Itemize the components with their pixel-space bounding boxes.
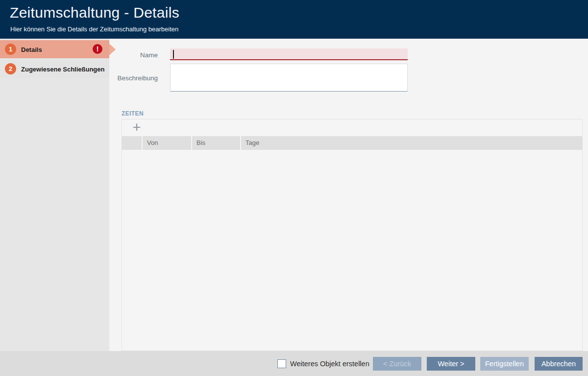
column-header-row-selector (122, 136, 142, 150)
page-subtitle: Hier können Sie die Details der Zeitumsc… (10, 25, 178, 33)
zeiten-section-label: ZEITEN (122, 110, 144, 117)
name-label: Name (88, 51, 158, 59)
step-label: Details (21, 46, 42, 53)
column-header-von: Von (143, 136, 191, 150)
text-caret (173, 50, 174, 59)
column-header-bis: Bis (192, 136, 240, 150)
header-bar: Zeitumschaltung - Details Hier können Si… (0, 0, 588, 39)
weiteres-objekt-checkbox-label: Weiteres Objekt erstellen (290, 360, 369, 368)
wizard-step-sidebar: 1 Details ! 2 Zugewiesene Schließungen (0, 39, 109, 351)
step-number-badge: 2 (5, 63, 16, 74)
name-field[interactable] (170, 48, 408, 60)
wizard-dialog: Zeitumschaltung - Details Hier können Si… (0, 0, 588, 376)
zeiten-table-header: Von Bis Tage (122, 136, 582, 150)
page-title: Zeitumschaltung - Details (10, 4, 179, 21)
footer-bar: Weiteres Objekt erstellen < Zurück Weite… (0, 351, 588, 376)
weiteres-objekt-checkbox[interactable] (277, 359, 286, 368)
column-header-tage: Tage (241, 136, 582, 150)
cancel-button[interactable]: Abbrechen (535, 357, 583, 371)
next-button[interactable]: Weiter > (427, 357, 475, 371)
back-button[interactable]: < Zurück (373, 357, 421, 371)
beschreibung-label: Beschreibung (88, 74, 158, 82)
step-label: Zugewiesene Schließungen (21, 65, 104, 72)
add-time-button[interactable]: + (130, 119, 144, 135)
beschreibung-field[interactable] (170, 64, 408, 92)
zeiten-panel: + Von Bis Tage (122, 119, 583, 351)
step-number-badge: 1 (5, 44, 16, 55)
finish-button[interactable]: Fertigstellen (480, 357, 529, 371)
